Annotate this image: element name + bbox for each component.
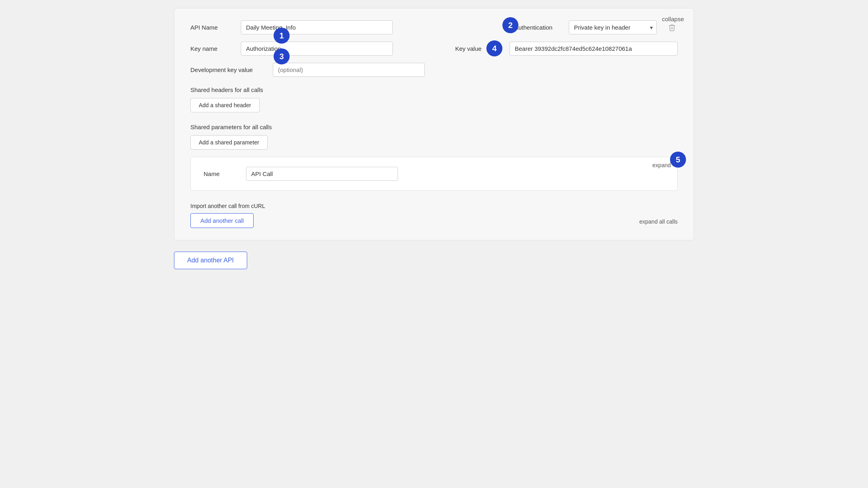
- add-another-call-button[interactable]: Add another call: [190, 213, 254, 228]
- shared-params-title: Shared parameters for all calls: [190, 124, 678, 130]
- add-another-api-button[interactable]: Add another API: [174, 252, 247, 269]
- add-shared-header-button[interactable]: Add a shared header: [190, 98, 260, 112]
- badge-5: 5: [670, 152, 686, 168]
- auth-select[interactable]: Private key in header No auth Basic auth…: [569, 20, 657, 34]
- call-name-input[interactable]: [246, 167, 398, 181]
- dev-key-label: Development key value: [190, 66, 266, 73]
- api-name-label: API Name: [190, 24, 234, 31]
- dev-key-input[interactable]: [273, 63, 425, 77]
- key-name-input[interactable]: [241, 42, 393, 56]
- collapse-button[interactable]: collapse: [662, 16, 684, 22]
- delete-icon[interactable]: [666, 22, 678, 33]
- api-config-card: 1 2 3 4 collapse API Name Authentication…: [174, 8, 694, 240]
- auth-select-wrapper: Private key in header No auth Basic auth…: [569, 20, 657, 34]
- expand-button[interactable]: expand: [652, 162, 671, 168]
- key-value-input[interactable]: [510, 42, 678, 56]
- expand-all-calls-button[interactable]: expand all calls: [639, 218, 678, 225]
- badge-4: 4: [486, 40, 502, 56]
- api-name-input[interactable]: [241, 20, 393, 34]
- call-name-label: Name: [204, 170, 240, 177]
- key-name-label: Key name: [190, 45, 234, 52]
- authentication-label: Authentication: [514, 24, 562, 31]
- badge-1: 1: [274, 28, 290, 44]
- badge-3: 3: [274, 48, 290, 64]
- add-shared-param-button[interactable]: Add a shared parameter: [190, 135, 268, 150]
- api-call-card: 5 expand Name: [190, 157, 678, 191]
- import-label: Import another call from cURL: [190, 203, 678, 209]
- badge-2: 2: [502, 17, 518, 33]
- shared-headers-title: Shared headers for all calls: [190, 86, 678, 93]
- bottom-controls: Import another call from cURL Add anothe…: [190, 203, 678, 228]
